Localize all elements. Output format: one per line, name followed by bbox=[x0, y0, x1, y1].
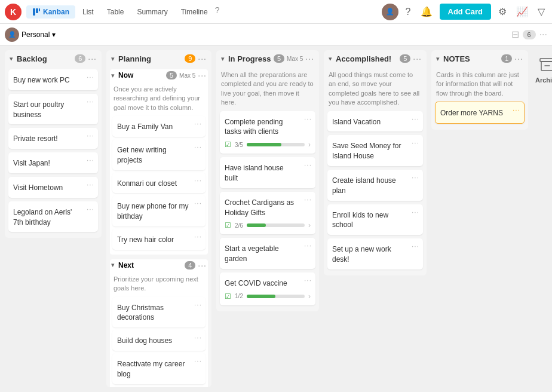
card-vegetable-garden[interactable]: ··· Start a vegetable garden bbox=[220, 238, 315, 269]
notes-menu[interactable]: ··· bbox=[514, 54, 523, 63]
backlog-count-badge: 6 bbox=[523, 30, 536, 39]
inprogress-title: In Progress bbox=[228, 54, 271, 63]
card-menu[interactable]: ··· bbox=[513, 106, 520, 114]
planning-menu[interactable]: ··· bbox=[198, 54, 207, 63]
card-text: Start a vegetable garden bbox=[225, 243, 311, 264]
card-new-phone[interactable]: ··· Buy new phone for my birthday bbox=[112, 195, 206, 226]
user-badge[interactable]: 👤 Personal ▾ bbox=[5, 27, 56, 42]
card-resort[interactable]: ··· Private resort! bbox=[8, 128, 98, 149]
tab-kanban[interactable]: Kanban bbox=[26, 5, 75, 19]
settings-icon[interactable]: ⚙ bbox=[496, 4, 509, 20]
progress-check-icon: ☑ bbox=[225, 292, 231, 301]
notifications-icon[interactable]: 🔔 bbox=[418, 4, 435, 20]
card-japan[interactable]: ··· Visit Japan! bbox=[8, 152, 98, 173]
card-menu[interactable]: ··· bbox=[304, 276, 312, 284]
progress-bar-fill bbox=[247, 223, 266, 227]
planning-header: ▾ Planning 9 ··· bbox=[106, 50, 211, 67]
card-family-van[interactable]: ··· Buy a Family Van bbox=[112, 116, 206, 137]
card-work-desk[interactable]: ··· Set up a new work desk! bbox=[327, 238, 423, 270]
filter-icon[interactable]: ▽ bbox=[535, 4, 547, 20]
chart-icon[interactable]: 📈 bbox=[514, 4, 530, 20]
card-menu[interactable]: ··· bbox=[194, 199, 202, 207]
next-menu[interactable]: ··· bbox=[198, 261, 207, 270]
card-menu[interactable]: ··· bbox=[194, 333, 202, 342]
card-menu[interactable]: ··· bbox=[412, 115, 419, 123]
card-crochet[interactable]: ··· Crochet Cardigans as Holiday Gifts ☑… bbox=[220, 192, 315, 235]
archive-icon bbox=[538, 55, 552, 74]
card-hair-color[interactable]: ··· Try new hair color bbox=[112, 229, 206, 250]
card-text: Start our poultry business bbox=[13, 99, 93, 120]
add-card-button[interactable]: Add Card bbox=[440, 4, 492, 20]
card-menu[interactable]: ··· bbox=[412, 139, 419, 147]
card-menu[interactable]: ··· bbox=[87, 156, 94, 164]
collapse-all-icon[interactable]: ⊟ bbox=[511, 29, 519, 40]
card-dog-houses[interactable]: ··· Build dog houses bbox=[112, 330, 206, 351]
card-text: Crochet Cardigans as Holiday Gifts bbox=[225, 197, 311, 218]
card-menu[interactable]: ··· bbox=[304, 161, 312, 169]
archive-column[interactable]: Archive bbox=[533, 50, 552, 88]
card-covid-vaccine[interactable]: ··· Get COVID vaccine ☑ 1/2 › bbox=[220, 272, 315, 305]
card-island-house-plan[interactable]: ··· Create island house plan bbox=[327, 170, 423, 201]
card-harry-potter[interactable]: ··· Finish reading the Harry Potter seri… bbox=[112, 387, 206, 387]
card-menu[interactable]: ··· bbox=[304, 241, 312, 250]
card-menu[interactable]: ··· bbox=[87, 131, 94, 140]
card-career-blog[interactable]: ··· Reactivate my career blog bbox=[112, 353, 206, 384]
card-menu[interactable]: ··· bbox=[412, 242, 419, 250]
card-writing[interactable]: ··· Get new writing projects bbox=[112, 139, 206, 170]
inprogress-menu[interactable]: ··· bbox=[305, 54, 314, 63]
card-progress: ☑ 1/2 › bbox=[225, 292, 311, 301]
progress-bar-fill bbox=[247, 295, 276, 298]
card-yarns[interactable]: ··· Order more YARNS bbox=[435, 102, 525, 124]
card-seed-money[interactable]: ··· Save Seed Money for Island House bbox=[327, 135, 423, 166]
card-menu[interactable]: ··· bbox=[87, 73, 94, 81]
next-collapse[interactable]: ▾ bbox=[111, 261, 115, 269]
card-menu[interactable]: ··· bbox=[194, 357, 202, 365]
card-menu[interactable]: ··· bbox=[194, 143, 202, 151]
tab-timeline[interactable]: Timeline bbox=[175, 5, 214, 19]
planning-collapse[interactable]: ▾ bbox=[111, 55, 115, 63]
card-menu[interactable]: ··· bbox=[194, 176, 202, 185]
tab-summary[interactable]: Summary bbox=[131, 5, 173, 19]
planning-body: ▾ Now 5 Max 5 ··· Once you are actively … bbox=[106, 67, 211, 387]
inprogress-collapse[interactable]: ▾ bbox=[221, 55, 225, 63]
card-progress: ☑ 2/6 › bbox=[225, 221, 311, 229]
backlog-menu[interactable]: ··· bbox=[88, 54, 97, 63]
card-konmari[interactable]: ··· Konmari our closet bbox=[112, 173, 206, 194]
tab-list[interactable]: List bbox=[76, 5, 100, 19]
card-poultry[interactable]: ··· Start our poultry business bbox=[8, 94, 98, 125]
card-text: Legoland on Aeris' 7th birthday bbox=[13, 206, 93, 228]
help-icon[interactable]: ? bbox=[215, 5, 220, 19]
card-pending-clients[interactable]: ··· Complete pending tasks with clients … bbox=[220, 111, 315, 154]
card-menu[interactable]: ··· bbox=[87, 205, 94, 213]
card-menu[interactable]: ··· bbox=[412, 208, 419, 216]
notes-count: 1 bbox=[501, 54, 512, 63]
card-legoland[interactable]: ··· Legoland on Aeris' 7th birthday bbox=[8, 201, 98, 232]
backlog-collapse[interactable]: ▾ bbox=[10, 55, 13, 63]
card-christmas-deco[interactable]: ··· Buy Christmas decorations bbox=[112, 297, 206, 328]
card-menu[interactable]: ··· bbox=[194, 232, 202, 241]
card-buy-work-pc[interactable]: ··· Buy new work PC bbox=[8, 69, 98, 90]
card-menu[interactable]: ··· bbox=[87, 180, 94, 189]
card-menu[interactable]: ··· bbox=[194, 120, 202, 128]
accomplished-collapse[interactable]: ▾ bbox=[329, 55, 332, 63]
notes-collapse[interactable]: ▾ bbox=[436, 55, 440, 63]
accomplished-menu[interactable]: ··· bbox=[413, 54, 422, 63]
card-menu[interactable]: ··· bbox=[304, 115, 312, 123]
more-options-icon[interactable]: ··· bbox=[539, 29, 547, 40]
card-menu[interactable]: ··· bbox=[412, 173, 419, 182]
card-island-vacation[interactable]: ··· Island Vacation bbox=[327, 111, 423, 132]
card-menu[interactable]: ··· bbox=[87, 97, 94, 106]
card-enroll-kids[interactable]: ··· Enroll kids to new school bbox=[327, 204, 423, 235]
now-menu[interactable]: ··· bbox=[198, 71, 207, 80]
tab-table[interactable]: Table bbox=[101, 5, 130, 19]
now-collapse[interactable]: ▾ bbox=[111, 72, 115, 79]
col-controls: ⊟ 6 ··· bbox=[511, 29, 547, 40]
app-logo: K bbox=[5, 4, 22, 20]
backlog-title: Backlog bbox=[17, 54, 72, 63]
card-menu[interactable]: ··· bbox=[304, 195, 312, 204]
help-nav-icon[interactable]: ? bbox=[403, 4, 413, 20]
card-island-house-built[interactable]: ··· Have island house built bbox=[220, 157, 315, 188]
card-menu[interactable]: ··· bbox=[194, 301, 202, 309]
progress-bar-bg bbox=[247, 143, 305, 146]
card-hometown[interactable]: ··· Visit Hometown bbox=[8, 177, 98, 198]
